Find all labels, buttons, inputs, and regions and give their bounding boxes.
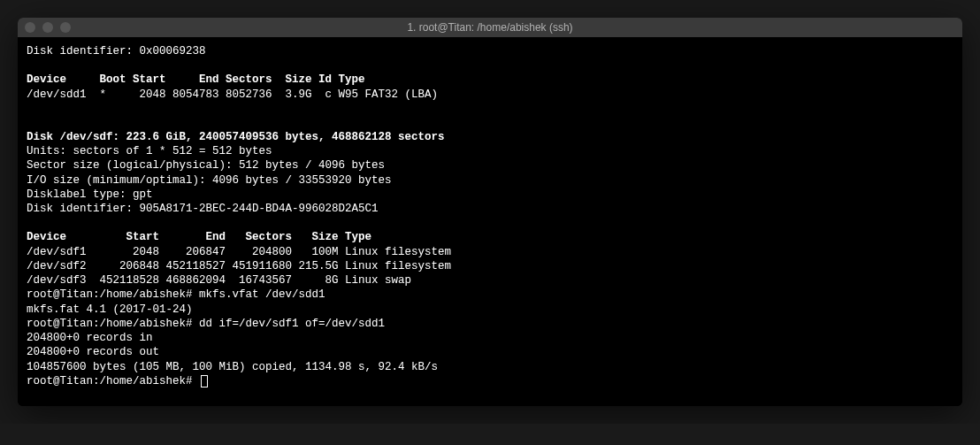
terminal-line: 204800+0 records out bbox=[27, 345, 953, 359]
terminal-body[interactable]: Disk identifier: 0x00069238Device Boot S… bbox=[18, 37, 962, 406]
maximize-icon[interactable] bbox=[60, 22, 71, 33]
terminal-line: /dev/sdd1 * 2048 8054783 8052736 3.9G c … bbox=[27, 88, 953, 102]
terminal-line: Disk /dev/sdf: 223.6 GiB, 240057409536 b… bbox=[27, 130, 953, 144]
terminal-line bbox=[27, 102, 953, 116]
terminal-line bbox=[27, 216, 953, 230]
terminal-line: Sector size (logical/physical): 512 byte… bbox=[27, 158, 953, 173]
terminal-line: root@Titan:/home/abishek# mkfs.vfat /dev… bbox=[27, 288, 953, 302]
terminal-prompt-line[interactable]: root@Titan:/home/abishek# bbox=[27, 374, 953, 388]
titlebar[interactable]: 1. root@Titan: /home/abishek (ssh) bbox=[18, 18, 962, 37]
terminal-line: 204800+0 records in bbox=[27, 331, 953, 345]
minimize-icon[interactable] bbox=[42, 22, 53, 33]
window-title: 1. root@Titan: /home/abishek (ssh) bbox=[18, 21, 962, 34]
terminal-line bbox=[27, 116, 953, 130]
terminal-line: Disk identifier: 905A8171-2BEC-244D-BD4A… bbox=[27, 202, 953, 216]
terminal-line: mkfs.fat 4.1 (2017-01-24) bbox=[27, 303, 953, 317]
terminal-line: Device Start End Sectors Size Type bbox=[27, 230, 953, 244]
terminal-line: Disklabel type: gpt bbox=[27, 188, 953, 202]
traffic-lights bbox=[25, 22, 71, 33]
terminal-line: I/O size (minimum/optimal): 4096 bytes /… bbox=[27, 173, 953, 188]
terminal-line: /dev/sdf1 2048 206847 204800 100M Linux … bbox=[27, 245, 953, 259]
terminal-window: 1. root@Titan: /home/abishek (ssh) Disk … bbox=[18, 18, 962, 406]
terminal-line: 104857600 bytes (105 MB, 100 MiB) copied… bbox=[27, 360, 953, 374]
terminal-line: /dev/sdf3 452118528 468862094 16743567 8… bbox=[27, 273, 953, 288]
terminal-line: /dev/sdf2 206848 452118527 451911680 215… bbox=[27, 259, 953, 273]
close-icon[interactable] bbox=[25, 22, 35, 33]
terminal-line bbox=[27, 58, 953, 73]
terminal-prompt: root@Titan:/home/abishek# bbox=[27, 375, 199, 387]
terminal-line: Disk identifier: 0x00069238 bbox=[27, 44, 953, 58]
terminal-line: Device Boot Start End Sectors Size Id Ty… bbox=[27, 73, 953, 87]
cursor-icon bbox=[201, 375, 208, 387]
terminal-line: root@Titan:/home/abishek# dd if=/dev/sdf… bbox=[27, 317, 953, 331]
terminal-line: Units: sectors of 1 * 512 = 512 bytes bbox=[27, 144, 953, 158]
